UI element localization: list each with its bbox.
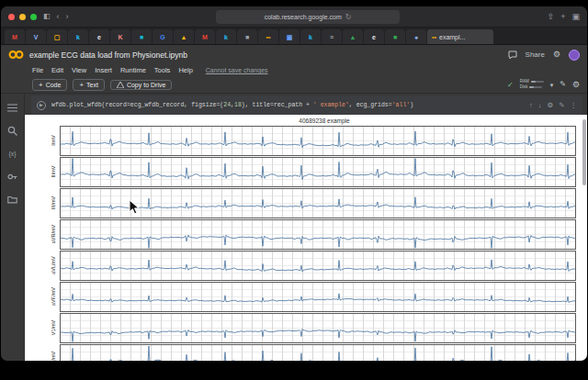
user-avatar[interactable] bbox=[569, 50, 580, 61]
browser-tab[interactable]: ● bbox=[406, 29, 426, 44]
files-folder-icon[interactable] bbox=[7, 194, 18, 205]
ecg-lead-label: aVF/mV bbox=[47, 283, 60, 311]
browser-tab[interactable]: ■ bbox=[131, 29, 152, 44]
move-cell-down-icon[interactable]: ↓ bbox=[538, 102, 542, 109]
zoom-window-button[interactable] bbox=[30, 14, 37, 20]
sidebar-toggle-icon[interactable]: ◧ bbox=[43, 13, 51, 20]
browser-tab[interactable]: ≡ bbox=[322, 29, 342, 44]
code-token: 'all' bbox=[392, 102, 411, 108]
tab-bar: MV▢keK■G▲Mk■∞▣k≡▲e■● ∞ exampl... bbox=[1, 28, 587, 45]
ecg-lead-label: III/mV bbox=[47, 189, 60, 218]
browser-tab[interactable]: e bbox=[89, 29, 109, 44]
close-window-button[interactable] bbox=[8, 14, 15, 20]
browser-tab[interactable]: ■ bbox=[385, 29, 405, 44]
browser-tab[interactable]: V bbox=[26, 29, 46, 44]
browser-tab[interactable]: G bbox=[153, 29, 173, 44]
menu-view[interactable]: View bbox=[72, 66, 86, 74]
notebook-scrollbar[interactable] bbox=[582, 119, 586, 185]
save-status-link[interactable]: Cannot save changes bbox=[206, 67, 268, 73]
window-controls bbox=[8, 14, 37, 20]
add-code-button[interactable]: + Code bbox=[32, 79, 67, 91]
tab-favicon-icon: M bbox=[202, 34, 208, 40]
code-token: 18 bbox=[234, 102, 242, 108]
notebook-title[interactable]: example ECG data load from Physionet.ipy… bbox=[29, 50, 187, 60]
menubar-items: FileEditViewInsertRuntimeToolsHelp bbox=[32, 66, 193, 74]
tab-favicon-icon: ▣ bbox=[287, 34, 293, 40]
menu-help[interactable]: Help bbox=[178, 66, 192, 74]
ram-disk-indicator[interactable]: RAM Disk bbox=[520, 80, 544, 89]
table-of-contents-icon[interactable] bbox=[7, 102, 18, 113]
search-icon[interactable] bbox=[7, 125, 18, 136]
copy-to-drive-button[interactable]: Copy to Drive bbox=[110, 80, 172, 90]
tabs-overview-icon[interactable]: ▣ bbox=[571, 13, 580, 21]
browser-tab[interactable]: M bbox=[195, 29, 215, 44]
ecg-lead-label: I/mV bbox=[47, 127, 60, 155]
share-icon[interactable]: ⇧ bbox=[548, 13, 555, 21]
tab-favicon-icon: k bbox=[224, 34, 228, 40]
browser-tab[interactable]: e bbox=[364, 29, 384, 44]
edit-mode-icon[interactable]: ✎ bbox=[560, 81, 566, 88]
cell-more-icon[interactable]: ⋮ bbox=[571, 102, 578, 109]
code-token: , ecg_grids bbox=[349, 102, 389, 108]
menu-edit[interactable]: Edit bbox=[51, 66, 63, 74]
ecg-lead-row: aVR/mV bbox=[25, 218, 587, 250]
browser-tab[interactable]: ▣ bbox=[279, 29, 300, 44]
ecg-trace-canvas bbox=[60, 157, 576, 187]
code-token: wfdb.plot_wfdb(record bbox=[51, 102, 127, 108]
tab-favicon-icon: ■ bbox=[140, 34, 143, 40]
browser-tab[interactable]: ▢ bbox=[47, 29, 67, 44]
menu-insert[interactable]: Insert bbox=[95, 66, 112, 74]
active-tab[interactable]: ∞ exampl... bbox=[427, 29, 493, 44]
minimize-window-button[interactable] bbox=[19, 14, 26, 20]
variables-icon[interactable]: {x} bbox=[7, 148, 18, 159]
code-line[interactable]: wfdb.plot_wfdb(record=ecg_wfdb_record, f… bbox=[51, 102, 413, 108]
code-token: ) bbox=[410, 102, 413, 108]
notebook-toolbar: + Code + Text Copy to Drive ✓ RAM Disk ▾… bbox=[1, 76, 587, 94]
comment-icon[interactable] bbox=[508, 50, 517, 60]
browser-tab[interactable]: M bbox=[5, 29, 25, 44]
add-text-button[interactable]: + Text bbox=[73, 79, 105, 91]
settings-gear-icon[interactable]: ⚙ bbox=[553, 50, 560, 59]
ecg-trace-canvas bbox=[60, 126, 576, 156]
toolbar-gear-icon[interactable]: ⚙ bbox=[572, 81, 580, 89]
tab-favicon-icon: e bbox=[372, 34, 376, 40]
reload-icon[interactable]: ↻ bbox=[345, 13, 352, 21]
cell-edit-icon[interactable]: ✎ bbox=[559, 102, 564, 109]
cell-output: 40689238 example I/mVII/mVIII/mVaVR/mVaV… bbox=[25, 115, 587, 361]
browser-tab[interactable]: k bbox=[68, 29, 88, 44]
chevron-down-icon[interactable]: ▾ bbox=[550, 82, 554, 88]
toolbar-right: ✓ RAM Disk ▾ ✎ ⚙ bbox=[507, 80, 580, 89]
notebook-pane: ▶ wfdb.plot_wfdb(record=ecg_wfdb_record,… bbox=[25, 94, 587, 361]
menu-tools[interactable]: Tools bbox=[154, 66, 171, 74]
new-tab-icon[interactable]: + bbox=[560, 13, 565, 21]
address-bar[interactable]: colab.research.google.com ↻ bbox=[216, 10, 400, 24]
browser-tab[interactable]: ∞ bbox=[258, 29, 278, 44]
browser-tab[interactable]: ■ bbox=[237, 29, 257, 44]
cell-gear-icon[interactable]: ⚙ bbox=[547, 102, 553, 109]
tab-favicon-icon: k bbox=[76, 34, 80, 40]
disk-label: Disk bbox=[520, 85, 528, 90]
back-icon[interactable]: ‹ bbox=[57, 13, 60, 21]
code-cell[interactable]: ▶ wfdb.plot_wfdb(record=ecg_wfdb_record,… bbox=[31, 95, 582, 115]
colab-logo-icon[interactable] bbox=[8, 50, 24, 60]
browser-tab[interactable]: ▲ bbox=[174, 29, 194, 44]
ecg-lead-label: V1/mV bbox=[47, 314, 60, 342]
menu-file[interactable]: File bbox=[32, 66, 43, 74]
colab-favicon: ∞ bbox=[432, 34, 436, 40]
browser-tab[interactable]: ▲ bbox=[343, 29, 363, 44]
browser-tab[interactable]: K bbox=[110, 29, 130, 44]
plus-icon: + bbox=[79, 81, 84, 89]
forward-icon[interactable]: › bbox=[66, 13, 69, 21]
menu-runtime[interactable]: Runtime bbox=[120, 66, 146, 74]
share-button[interactable]: Share bbox=[526, 50, 545, 59]
browser-tab[interactable]: k bbox=[300, 29, 321, 44]
move-cell-up-icon[interactable]: ↑ bbox=[529, 102, 533, 109]
ecg-lead-label: II/mV bbox=[47, 158, 60, 186]
secrets-key-icon[interactable] bbox=[7, 171, 18, 182]
menubar: FileEditViewInsertRuntimeToolsHelp Canno… bbox=[1, 64, 587, 76]
header-actions: Share ⚙ bbox=[508, 50, 580, 61]
code-token: 24 bbox=[223, 102, 231, 108]
browser-tab[interactable]: k bbox=[216, 29, 236, 44]
run-cell-button[interactable]: ▶ bbox=[37, 101, 46, 110]
browser-window: ◧ ‹ › colab.research.google.com ↻ ⇧ + ▣ … bbox=[1, 6, 587, 361]
